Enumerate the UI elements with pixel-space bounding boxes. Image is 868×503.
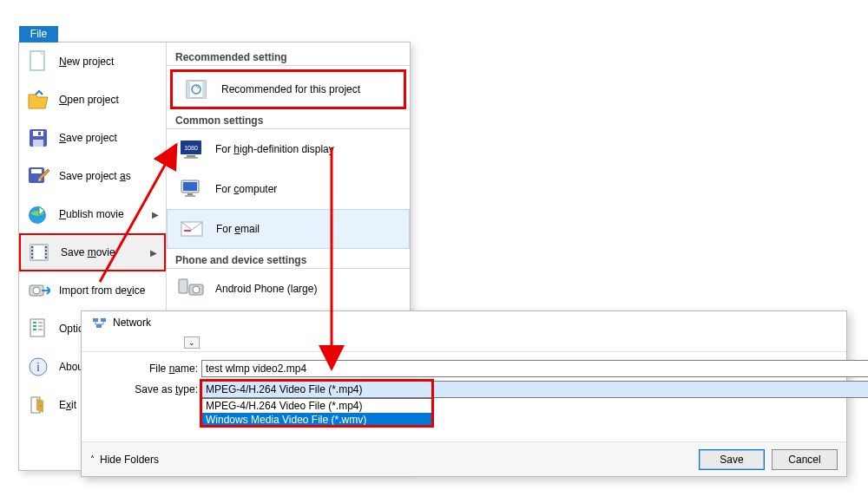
svg-rect-14 xyxy=(31,257,33,258)
save-dialog: Network ⌄ File name: ⌄ Save as type: MPE… xyxy=(81,310,847,477)
open-project-icon xyxy=(26,88,50,112)
menu-label: Save movie xyxy=(61,246,147,258)
dialog-bottom-bar: ˄ Hide Folders Save Cancel xyxy=(82,441,846,476)
svg-rect-31 xyxy=(202,81,206,98)
menu-save-movie[interactable]: Save movie ▶ xyxy=(19,233,166,271)
svg-rect-22 xyxy=(38,322,43,323)
section-common: Common settings xyxy=(167,109,410,129)
svg-rect-15 xyxy=(45,246,47,248)
sub-label: For high-definition display xyxy=(215,143,334,155)
sub-android-phone-large[interactable]: Android Phone (large) xyxy=(167,269,410,309)
svg-rect-6 xyxy=(31,169,42,173)
menu-import-from-device[interactable]: Import from device xyxy=(19,271,166,310)
menu-save-project-as[interactable]: Save project as xyxy=(19,157,166,195)
svg-text:i: i xyxy=(36,361,40,374)
menu-label: Save project xyxy=(59,132,159,144)
svg-point-28 xyxy=(40,405,42,407)
svg-rect-11 xyxy=(31,246,33,248)
section-recommended: Recommended setting xyxy=(167,46,410,66)
svg-rect-24 xyxy=(38,329,43,330)
location-label: Network xyxy=(113,317,151,329)
options-icon xyxy=(26,317,50,341)
svg-rect-43 xyxy=(179,279,187,293)
menu-save-project[interactable]: Save project xyxy=(19,119,166,157)
sub-label: For computer xyxy=(215,183,277,195)
section-phone: Phone and device settings xyxy=(167,249,410,269)
save-as-type-label: Save as type: xyxy=(115,383,201,395)
chevron-up-icon: ˄ xyxy=(90,454,95,464)
hide-folders-toggle[interactable]: ˄ Hide Folders xyxy=(90,454,159,466)
save-as-type-select[interactable]: MPEG-4/H.264 Video File (*.mp4) ⌄ xyxy=(201,381,868,398)
svg-rect-12 xyxy=(31,250,33,252)
menu-label: Import from device xyxy=(59,284,159,297)
save-button[interactable]: Save xyxy=(699,449,765,470)
filmstrip-icon xyxy=(183,77,213,101)
svg-rect-46 xyxy=(93,318,98,322)
save-project-as-icon xyxy=(26,164,50,188)
svg-rect-39 xyxy=(187,193,193,195)
save-as-type-dropdown: MPEG-4/H.264 Video File (*.mp4) Windows … xyxy=(201,398,432,428)
type-option-mp4[interactable]: MPEG-4/H.264 Video File (*.mp4) xyxy=(202,399,431,413)
menu-label: Open project xyxy=(59,94,159,106)
sub-high-definition-display[interactable]: 1080 For high-definition display xyxy=(167,129,410,169)
import-device-icon xyxy=(26,278,50,303)
network-icon xyxy=(92,317,108,329)
svg-rect-23 xyxy=(38,325,43,327)
save-project-icon xyxy=(26,126,50,150)
menu-label: New project xyxy=(59,56,159,68)
phone-camera-icon xyxy=(177,277,207,301)
dialog-location[interactable]: Network xyxy=(92,317,151,329)
sub-label: Recommended for this project xyxy=(221,83,360,95)
email-icon xyxy=(178,217,207,241)
svg-rect-3 xyxy=(33,140,43,147)
svg-rect-35 xyxy=(187,155,195,157)
svg-rect-42 xyxy=(184,230,191,232)
svg-rect-13 xyxy=(31,253,33,255)
sub-recommended-for-this-project[interactable]: Recommended for this project xyxy=(170,69,406,109)
svg-rect-38 xyxy=(183,182,197,191)
cancel-button[interactable]: Cancel xyxy=(772,449,838,470)
menu-publish-movie[interactable]: Publish movie ▶ xyxy=(19,195,166,233)
type-option-wmv[interactable]: Windows Media Video File (*.wmv) xyxy=(202,413,431,427)
save-movie-icon xyxy=(28,240,52,265)
svg-rect-48 xyxy=(96,324,102,328)
computer-icon xyxy=(177,177,207,201)
svg-rect-30 xyxy=(187,81,190,98)
separator xyxy=(82,351,846,352)
hd-display-icon: 1080 xyxy=(177,137,207,161)
svg-rect-47 xyxy=(101,318,106,322)
svg-rect-4 xyxy=(38,132,41,135)
svg-text:1080: 1080 xyxy=(184,145,198,151)
svg-point-45 xyxy=(193,286,200,293)
svg-rect-16 xyxy=(45,250,47,252)
publish-movie-icon xyxy=(26,202,50,226)
filename-label: File name: xyxy=(115,363,201,375)
chevron-right-icon: ▶ xyxy=(152,210,159,219)
location-dropdown-chevron[interactable]: ⌄ xyxy=(184,336,200,349)
svg-rect-40 xyxy=(185,195,195,197)
menu-label: Save project as xyxy=(59,170,159,182)
svg-rect-17 xyxy=(45,253,47,255)
sub-label: For email xyxy=(216,223,260,235)
file-tab[interactable]: File xyxy=(19,26,58,42)
sub-for-computer[interactable]: For computer xyxy=(167,169,410,209)
exit-icon xyxy=(26,393,50,417)
about-icon: i xyxy=(26,355,50,379)
menu-label: Publish movie xyxy=(59,208,148,220)
save-as-type-row: Save as type: MPEG-4/H.264 Video File (*… xyxy=(115,381,868,398)
filename-row: File name: ⌄ xyxy=(115,360,868,377)
chevron-right-icon: ▶ xyxy=(150,248,157,258)
menu-new-project[interactable]: New project xyxy=(19,42,166,81)
new-project-icon xyxy=(26,49,50,74)
filename-input[interactable] xyxy=(201,360,868,377)
menu-open-project[interactable]: Open project xyxy=(19,81,166,119)
svg-point-20 xyxy=(33,287,40,294)
sub-for-email[interactable]: For email xyxy=(167,209,410,249)
svg-rect-36 xyxy=(184,157,198,159)
sub-label: Android Phone (large) xyxy=(215,283,317,295)
svg-rect-18 xyxy=(45,257,47,258)
